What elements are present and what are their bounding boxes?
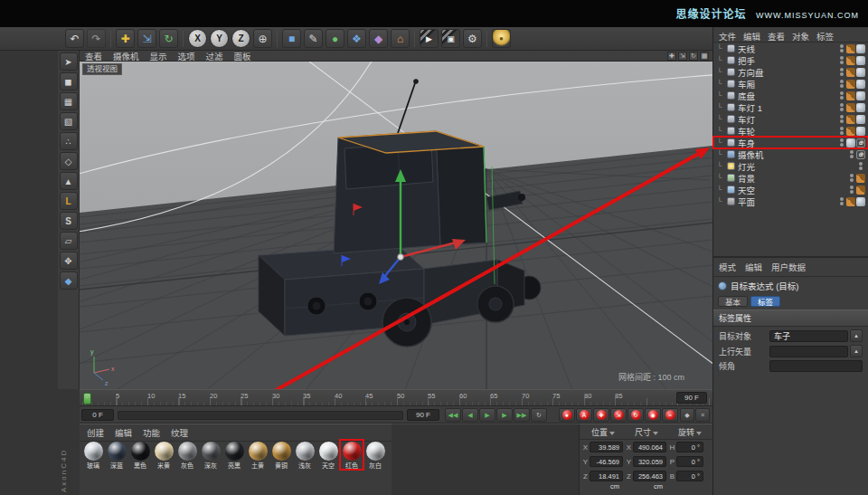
material-tag-icon[interactable] bbox=[846, 91, 855, 100]
edges-mode-icon[interactable]: ◇ bbox=[60, 152, 78, 170]
phong-tag-icon[interactable] bbox=[856, 103, 865, 112]
render-view-button[interactable]: ▶ bbox=[420, 29, 439, 48]
position-x-field[interactable]: 39.589 cm bbox=[590, 442, 623, 452]
y-axis-lock-button[interactable]: Y bbox=[210, 29, 229, 48]
record-pla-button[interactable]: ≈ bbox=[662, 408, 678, 422]
viewport-menu-display[interactable]: 显示 bbox=[150, 50, 167, 62]
viewport-canvas[interactable]: y x z 网格间距 : 100 cm bbox=[80, 62, 712, 389]
target-tag-icon[interactable]: ⊕ bbox=[856, 150, 865, 159]
record-rotation-button[interactable]: ↻ bbox=[627, 408, 644, 422]
workplane-icon[interactable]: ▱ bbox=[60, 232, 78, 250]
rotate-tool-button[interactable]: ↻ bbox=[159, 29, 178, 48]
material-tag-icon[interactable] bbox=[856, 174, 865, 183]
phong-tag-icon[interactable] bbox=[856, 68, 865, 77]
object-row[interactable]: └天空 bbox=[713, 184, 868, 195]
rotation-p-field[interactable]: 0 ° bbox=[676, 456, 703, 467]
redo-button[interactable]: ↷ bbox=[87, 29, 106, 48]
move-tool-button[interactable]: ✚ bbox=[116, 29, 135, 48]
material-tag-icon[interactable] bbox=[846, 68, 855, 77]
goto-start-button[interactable]: ◀◀ bbox=[445, 408, 461, 422]
size-y-field[interactable]: 320.059 cm bbox=[633, 456, 666, 467]
rotation-h-field[interactable]: 0 ° bbox=[676, 442, 703, 452]
material-swatch[interactable]: 黑色 bbox=[128, 440, 152, 470]
object-row[interactable]: └车轮 bbox=[713, 125, 868, 137]
viewport-view-label[interactable]: 透视视图 bbox=[82, 63, 122, 75]
visibility-dots[interactable] bbox=[840, 43, 844, 53]
object-row[interactable]: └平面 bbox=[713, 195, 868, 207]
scale-tool-button[interactable]: ⇲ bbox=[137, 29, 156, 48]
tag-icons[interactable] bbox=[856, 174, 865, 183]
material-swatch[interactable]: 浅灰 bbox=[293, 440, 316, 470]
tag-icons[interactable] bbox=[846, 44, 865, 53]
key-interpolation-button[interactable]: ◆ bbox=[680, 408, 694, 422]
attr-menu-edit[interactable]: 编辑 bbox=[745, 261, 762, 273]
material-tag-icon[interactable] bbox=[846, 115, 855, 124]
timeline-options-button[interactable]: ≡ bbox=[695, 408, 710, 422]
add-cube-button[interactable]: ■ bbox=[282, 29, 301, 48]
object-row[interactable]: └天线 bbox=[713, 43, 868, 54]
viewport-lock-icon[interactable]: ◆ bbox=[60, 271, 78, 290]
up-vector-field[interactable] bbox=[769, 346, 848, 357]
uv-mode-icon[interactable]: ▧ bbox=[60, 112, 78, 130]
tab-basic[interactable]: 基本 bbox=[718, 296, 748, 307]
om-menu-object[interactable]: 对象 bbox=[792, 30, 809, 39]
attr-menu-userdata[interactable]: 用户数据 bbox=[771, 261, 806, 273]
material-menu-create[interactable]: 创建 bbox=[87, 426, 104, 439]
phong-tag-icon[interactable] bbox=[856, 197, 865, 206]
phong-tag-icon[interactable] bbox=[856, 56, 865, 65]
tag-icons[interactable] bbox=[846, 197, 865, 206]
object-row[interactable]: └车灯 bbox=[713, 113, 868, 125]
goto-end-button[interactable]: ▶▶ bbox=[514, 408, 530, 422]
coord-system-button[interactable]: ⊕ bbox=[253, 29, 272, 48]
visibility-dots[interactable] bbox=[850, 185, 854, 195]
record-position-button[interactable]: ✚ bbox=[593, 408, 609, 422]
add-generator-button[interactable]: ● bbox=[326, 29, 344, 48]
material-tag-icon[interactable] bbox=[846, 56, 855, 65]
material-swatch[interactable]: 天空 bbox=[316, 440, 340, 470]
timeline-ruler[interactable]: 0 5 10 15 20 25 30 35 40 45 50 55 60 65 … bbox=[80, 389, 712, 406]
visibility-dots[interactable] bbox=[840, 138, 844, 148]
target-object-field[interactable]: 车子 bbox=[769, 330, 848, 342]
material-swatch[interactable]: 玻璃 bbox=[81, 440, 105, 470]
tag-icons[interactable] bbox=[846, 103, 865, 112]
x-axis-lock-button[interactable]: X bbox=[188, 29, 207, 48]
position-z-field[interactable]: 18.491 cm bbox=[590, 471, 623, 481]
prev-frame-button[interactable]: ◀ bbox=[462, 408, 478, 422]
viewport-menu-camera[interactable]: 摄像机 bbox=[113, 50, 139, 62]
add-environment-button[interactable]: ⌂ bbox=[391, 29, 410, 48]
visibility-dots[interactable] bbox=[850, 149, 854, 159]
visibility-dots[interactable] bbox=[840, 102, 844, 112]
viewport-menu-options[interactable]: 选项 bbox=[178, 50, 195, 62]
polygons-mode-icon[interactable]: ▲ bbox=[60, 172, 78, 190]
record-parameter-button[interactable]: ◉ bbox=[645, 408, 661, 422]
viewport-menu-panel[interactable]: 面板 bbox=[234, 50, 251, 62]
object-row[interactable]: └车厢 bbox=[713, 78, 868, 90]
size-z-field[interactable]: 256.463 cm bbox=[633, 471, 666, 481]
material-swatch[interactable]: 灰色 bbox=[175, 440, 199, 470]
record-scale-button[interactable]: ⇲ bbox=[610, 408, 627, 422]
tag-icons[interactable]: ⊕ bbox=[846, 138, 865, 148]
current-frame-field[interactable]: 0 F bbox=[81, 409, 114, 421]
object-row[interactable]: └车灯 1 bbox=[713, 101, 868, 113]
render-settings-button[interactable]: ⚙ bbox=[463, 29, 482, 48]
object-row[interactable]: └摄像机⊕ bbox=[713, 148, 868, 160]
material-tag-icon[interactable] bbox=[846, 197, 855, 206]
tab-tag[interactable]: 标签 bbox=[750, 296, 780, 307]
snap-toggle-icon[interactable]: S bbox=[60, 212, 78, 230]
timeline-scrollbar[interactable] bbox=[118, 411, 403, 420]
material-tag-icon[interactable] bbox=[846, 44, 855, 53]
visibility-dots[interactable] bbox=[840, 67, 844, 77]
phong-tag-icon[interactable] bbox=[856, 127, 865, 136]
gizmo-center[interactable] bbox=[398, 254, 404, 261]
viewport-menu-view[interactable]: 查看 bbox=[85, 50, 102, 62]
object-row[interactable]: └把手 bbox=[713, 54, 868, 66]
om-menu-view[interactable]: 查看 bbox=[768, 30, 785, 39]
material-swatch[interactable]: 黄铜 bbox=[269, 440, 293, 470]
object-row[interactable]: └方向盘 bbox=[713, 66, 868, 78]
phong-tag-icon[interactable] bbox=[846, 138, 855, 148]
material-swatch[interactable]: 土黄 bbox=[246, 440, 269, 470]
attr-menu-mode[interactable]: 模式 bbox=[719, 261, 736, 273]
tag-icons[interactable] bbox=[846, 56, 865, 65]
visibility-dots[interactable] bbox=[840, 114, 844, 124]
light-button[interactable]: ● bbox=[492, 29, 511, 48]
